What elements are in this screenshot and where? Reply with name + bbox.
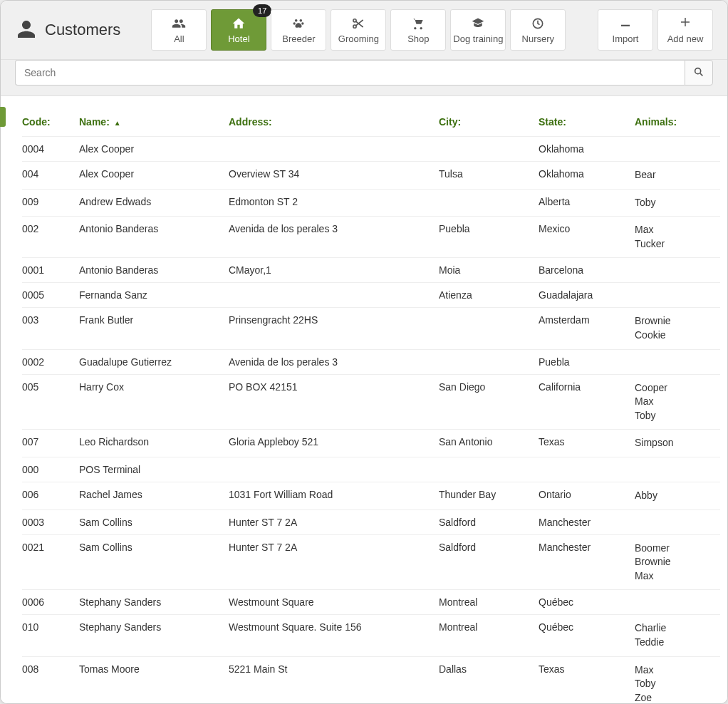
cell-state: California	[539, 374, 635, 430]
cell-city	[439, 457, 539, 482]
clock-icon	[530, 16, 546, 31]
animal-name: Max	[635, 395, 714, 409]
col-header-state[interactable]: State:	[539, 109, 635, 137]
col-header-code[interactable]: Code:	[22, 109, 79, 137]
nav-all[interactable]: All	[151, 9, 207, 51]
cell-address: Gloria Appleboy 521	[229, 430, 439, 457]
animal-name: Cookie	[635, 328, 714, 343]
cell-animals: BoomerBrownieMax	[635, 534, 720, 590]
cell-state: Guadalajara	[539, 283, 635, 308]
table-row[interactable]: 008Tomas Moore5221 Main StDallasTexasMax…	[22, 656, 720, 703]
table-row[interactable]: 004Alex CooperOverview ST 34TulsaOklahom…	[22, 162, 720, 190]
cell-name: Alex Cooper	[79, 137, 229, 162]
table-row[interactable]: 009Andrew EdwadsEdmonton ST 2AlbertaToby	[22, 189, 720, 217]
cell-name: Tomas Moore	[79, 656, 229, 703]
cell-name: Stephany Sanders	[79, 590, 229, 615]
cell-state: Québec	[539, 590, 635, 615]
cell-code: 007	[22, 430, 79, 457]
nav-grooming[interactable]: Grooming	[331, 9, 386, 51]
nav-shop[interactable]: Shop	[390, 9, 446, 51]
sort-asc-icon: ▲	[114, 119, 121, 127]
nav-buttons: All 17 Hotel Breeder Grooming	[151, 9, 566, 51]
cell-animals	[635, 457, 720, 482]
animal-name: Teddie	[635, 636, 714, 650]
svg-point-4	[353, 19, 356, 21]
table-row[interactable]: 010Stephany SandersWestmount Square. Sui…	[22, 615, 720, 656]
cell-city: Tulsa	[439, 162, 539, 190]
import-button[interactable]: Import	[598, 9, 653, 51]
cell-state: Mexico	[539, 217, 635, 258]
nav-breeder[interactable]: Breeder	[271, 9, 326, 51]
table-row[interactable]: 003Frank ButlerPrinsengracht 22HSAmsterd…	[22, 308, 720, 349]
animal-name: Max	[635, 569, 714, 584]
toolbar: Customers All 17 Hotel Breeder	[1, 1, 727, 60]
table-row[interactable]: 0004Alex CooperOklahoma	[22, 137, 720, 162]
sidebar-toggle-tab[interactable]	[0, 107, 6, 127]
search-button[interactable]	[685, 60, 713, 86]
nav-label: Grooming	[338, 33, 379, 44]
table-row[interactable]: 0002Guadalupe GutierrezAvenida de los pe…	[22, 349, 720, 374]
table-row[interactable]: 007Leo RichardsonGloria Appleboy 521San …	[22, 430, 720, 457]
cell-animals	[635, 509, 720, 534]
nav-training[interactable]: Dog training	[450, 9, 506, 51]
cell-code: 0005	[22, 283, 79, 308]
cell-address: Westmount Square. Suite 156	[229, 615, 439, 656]
table-row[interactable]: 0021Sam CollinsHunter ST 7 2ASaldfordMan…	[22, 534, 720, 590]
cell-code: 002	[22, 217, 79, 258]
home-icon	[231, 16, 246, 31]
table-row[interactable]: 006Rachel James1031 Fort William RoadThu…	[22, 482, 720, 509]
col-header-name[interactable]: Name: ▲	[79, 109, 229, 137]
nav-hotel[interactable]: 17 Hotel	[211, 9, 266, 51]
download-icon	[618, 16, 633, 31]
cell-animals: MaxTucker	[635, 217, 720, 258]
scissors-icon	[350, 16, 366, 31]
toolbar-actions: Import Add new	[598, 9, 713, 51]
table-row[interactable]: 0006Stephany SandersWestmount SquareMont…	[22, 590, 720, 615]
cell-code: 005	[22, 374, 79, 430]
animal-name: Cooper	[635, 381, 714, 395]
cell-name: Andrew Edwads	[79, 189, 229, 217]
cell-city: Dallas	[439, 656, 539, 703]
import-label: Import	[613, 33, 639, 44]
page-title: Customers	[45, 21, 120, 39]
cell-name: Sam Collins	[79, 534, 229, 590]
table-row[interactable]: 002Antonio BanderasAvenida de los perale…	[22, 217, 720, 258]
cell-code: 0002	[22, 349, 79, 374]
animal-name: Abby	[635, 489, 714, 503]
table-row[interactable]: 0005Fernanda SanzAtienzaGuadalajara	[22, 283, 720, 308]
col-header-city[interactable]: City:	[439, 109, 539, 137]
page-title-wrap: Customers	[15, 18, 120, 43]
cell-code: 0021	[22, 534, 79, 590]
search-input[interactable]	[15, 60, 685, 86]
col-header-address[interactable]: Address:	[229, 109, 439, 137]
cell-code: 0003	[22, 509, 79, 534]
table-header-row: Code: Name: ▲ Address: City: State: Anim…	[22, 109, 720, 137]
cell-animals	[635, 137, 720, 162]
cell-address: CMayor,1	[229, 258, 439, 283]
nav-nursery[interactable]: Nursery	[510, 9, 566, 51]
table-row[interactable]: 0001Antonio BanderasCMayor,1MoiaBarcelon…	[22, 258, 720, 283]
cell-city: Puebla	[439, 217, 539, 258]
cell-name: POS Terminal	[79, 457, 229, 482]
cell-animals: MaxTobyZoe	[635, 656, 720, 703]
svg-point-7	[695, 68, 701, 73]
cell-animals	[635, 349, 720, 374]
table-row[interactable]: 005Harry CoxPO BOX 42151San DiegoCalifor…	[22, 374, 720, 430]
add-new-button[interactable]: Add new	[657, 9, 713, 51]
cell-city	[439, 349, 539, 374]
cell-animals	[635, 590, 720, 615]
cell-animals: Bear	[635, 162, 720, 190]
cell-name: Antonio Banderas	[79, 217, 229, 258]
cell-code: 008	[22, 656, 79, 703]
table-row[interactable]: 000POS Terminal	[22, 457, 720, 482]
cell-address: Overview ST 34	[229, 162, 439, 190]
cell-state: Manchester	[539, 509, 635, 534]
animal-name: Boomer	[635, 542, 714, 556]
table-row[interactable]: 0003Sam CollinsHunter ST 7 2ASaldfordMan…	[22, 509, 720, 534]
cell-address: 5221 Main St	[229, 656, 439, 703]
users-icon	[171, 16, 187, 31]
cell-code: 003	[22, 308, 79, 349]
plus-icon	[679, 16, 692, 31]
col-header-animals[interactable]: Animals:	[635, 109, 720, 137]
svg-point-1	[300, 19, 303, 22]
